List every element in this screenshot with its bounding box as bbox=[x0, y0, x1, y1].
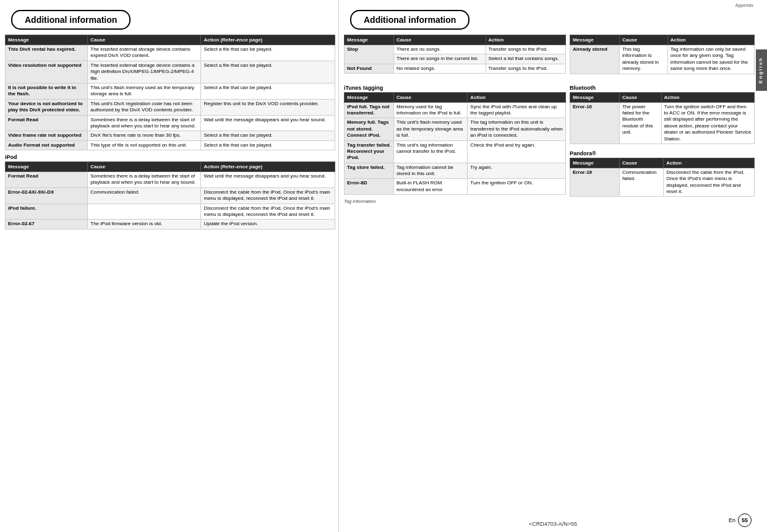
table-row: Memory full. Tags not stored. Connect iP… bbox=[345, 118, 566, 140]
cause-cell: The inserted external storage device con… bbox=[88, 61, 201, 83]
message-cell: Tag transfer failed. Reconnect your iPod… bbox=[345, 140, 394, 163]
table-row: Error-19 Communication failed. Disconnec… bbox=[570, 168, 754, 197]
cause-cell: DivX file's frame rate is more than 30 f… bbox=[88, 131, 201, 140]
message-cell: It is not possible to write it in the fl… bbox=[6, 83, 88, 99]
message-cell: Format Read bbox=[6, 115, 88, 131]
message-cell: Video frame rate not supported bbox=[6, 131, 88, 140]
table-row: Not Found No related songs. Transfer son… bbox=[345, 64, 566, 73]
pandora-section-title: Pandora® bbox=[570, 150, 755, 157]
message-cell: Error-19 bbox=[570, 168, 619, 197]
top-tables: Message Cause Action Stop There are no s… bbox=[344, 35, 755, 78]
table-row: Error-02-67 The iPod firmware version is… bbox=[6, 220, 335, 229]
cause-cell: Communication failed. bbox=[619, 168, 663, 197]
cause-cell: This unit's DivX registration code has n… bbox=[88, 99, 201, 115]
col-header-cause: Cause bbox=[394, 35, 486, 45]
col-header-message: Message bbox=[570, 35, 619, 45]
left-panel: Additional information Message Cause Act… bbox=[0, 0, 339, 532]
action-cell: Select a file that can be played. bbox=[201, 131, 335, 140]
action-cell: The tag information on this unit is tran… bbox=[468, 118, 566, 140]
right-panel: Appendix English Additional information … bbox=[339, 0, 767, 532]
action-cell: Wait until the message disappears and yo… bbox=[201, 115, 335, 131]
message-cell: Tag store failed. bbox=[345, 163, 394, 179]
action-cell: Wait until the message disappears and yo… bbox=[201, 172, 335, 188]
cause-cell: There are no songs in the current list. bbox=[394, 54, 486, 64]
message-cell: This DivX rental has expired. bbox=[6, 45, 88, 61]
action-cell: Register this unit to the DivX VOD conte… bbox=[201, 99, 335, 115]
cause-cell: This type of file is not supported on th… bbox=[88, 140, 201, 150]
cause-cell: Memory used for tag information on the i… bbox=[394, 102, 468, 118]
col-header-cause: Cause bbox=[88, 35, 201, 45]
message-cell: Error-02-6X/-9X/-DX bbox=[6, 187, 88, 204]
left-section-header: Additional information bbox=[11, 10, 131, 30]
table-row: Tag store failed. Tag information cannot… bbox=[345, 163, 566, 179]
cause-cell: The inserted external storage device con… bbox=[88, 45, 201, 61]
right-section-header: Additional information bbox=[350, 10, 469, 30]
action-cell: Check the iPod and try again. bbox=[468, 140, 566, 163]
already-stored-table: Message Cause Action Already stored This… bbox=[570, 35, 755, 74]
bluetooth-section-title: Bluetooth bbox=[570, 85, 755, 91]
cause-cell: The iPod firmware version is old. bbox=[88, 220, 201, 229]
cause-cell: Built-in FLASH ROM encountered an error bbox=[394, 179, 468, 195]
cause-cell: Tag information cannot be stored in this… bbox=[394, 163, 468, 179]
message-cell: Audio Format not supported bbox=[6, 140, 88, 150]
action-cell: Select a file that can be played. bbox=[201, 140, 335, 150]
pandora-table: Message Cause Action Error-19 Communicat… bbox=[570, 158, 755, 197]
col-header-cause: Cause bbox=[619, 92, 661, 102]
left-content: Message Cause Action (Refer-ence page) T… bbox=[0, 35, 338, 236]
col-header-cause: Cause bbox=[619, 158, 663, 168]
col-header-message: Message bbox=[6, 162, 88, 172]
message-cell: Error-02-67 bbox=[6, 220, 88, 229]
table-row: Tag transfer failed. Reconnect your iPod… bbox=[345, 140, 566, 163]
action-cell: Disconnect the cable from the iPod. Once… bbox=[664, 168, 755, 197]
message-cell: iPod full. Tags not transferred. bbox=[345, 102, 394, 118]
table-row: Error-10 The power failed for the Blueto… bbox=[570, 102, 754, 144]
cause-cell: This unit's flash memory used as the tem… bbox=[394, 118, 468, 140]
action-cell: Turn the ignition OFF or ON. bbox=[468, 179, 566, 195]
bluetooth-pandora-section: Bluetooth Message Cause Action Error-10 bbox=[570, 82, 755, 205]
right-content: Message Cause Action Stop There are no s… bbox=[339, 35, 767, 207]
action-cell: Disconnect the cable from the iPod. Once… bbox=[201, 187, 335, 204]
message-cell: Already stored bbox=[570, 45, 619, 74]
message-cell: Stop bbox=[345, 45, 394, 64]
col-header-action: Action bbox=[468, 92, 566, 102]
action-cell: Transfer songs to the iPod. bbox=[486, 45, 565, 54]
appendix-label: Appendix bbox=[735, 3, 753, 7]
bluetooth-table: Message Cause Action Error-10 The power … bbox=[570, 92, 755, 144]
tag-info-note: Tag information bbox=[344, 199, 566, 204]
footer-text: <CRD4703-A/N>55 bbox=[339, 521, 767, 527]
table-row: Your device is not authorized to play th… bbox=[6, 99, 335, 115]
cause-cell: Communication failed. bbox=[88, 187, 201, 204]
english-tab: English bbox=[756, 49, 767, 91]
message-cell: Memory full. Tags not stored. Connect iP… bbox=[345, 118, 394, 140]
already-stored-section: Message Cause Action Already stored This… bbox=[570, 35, 755, 78]
table-row: Already stored This tag information is a… bbox=[570, 45, 754, 74]
cause-cell: This tag information is already stored i… bbox=[619, 45, 667, 74]
table-row: Video resolution not supported The inser… bbox=[6, 61, 335, 83]
action-cell: Try again. bbox=[468, 163, 566, 179]
col-header-message: Message bbox=[570, 158, 619, 168]
itunes-section: iTunes tagging Message Cause Action iPod bbox=[344, 82, 566, 205]
ipod-section-title: iPod bbox=[5, 154, 335, 160]
table-row: Stop There are no songs. Transfer songs … bbox=[345, 45, 566, 54]
col-header-cause: Cause bbox=[88, 162, 201, 172]
itunes-table: Message Cause Action iPod full. Tags not… bbox=[344, 92, 566, 195]
message-cell: Video resolution not supported bbox=[6, 61, 88, 83]
table-row: Error-02-6X/-9X/-DX Communication failed… bbox=[6, 187, 335, 204]
cause-cell: There are no songs. bbox=[394, 45, 486, 54]
col-header-action: Action bbox=[667, 35, 754, 45]
cause-cell: This unit's flash memory used as the tem… bbox=[88, 83, 201, 99]
cause-cell: Sometimes there is a delay between the s… bbox=[88, 115, 201, 131]
table-row: This DivX rental has expired. The insert… bbox=[6, 45, 335, 61]
action-cell: Tag information can only be saved once f… bbox=[667, 45, 754, 74]
itunes-section-title: iTunes tagging bbox=[344, 85, 566, 91]
action-cell: Sync the iPod with iTunes and clean up t… bbox=[468, 102, 566, 118]
table-row: It is not possible to write it in the fl… bbox=[6, 83, 335, 99]
message-cell: iPod failure. bbox=[6, 204, 88, 220]
action-cell: Select a list that contains songs. bbox=[486, 54, 565, 64]
col-header-message: Message bbox=[570, 92, 619, 102]
action-cell: Disconnect the cable from the iPod. Once… bbox=[201, 204, 335, 220]
message-cell: Error-10 bbox=[570, 102, 619, 144]
table-row: Format Read Sometimes there is a delay b… bbox=[6, 172, 335, 188]
action-cell: Select a file that can be played. bbox=[201, 61, 335, 83]
col-header-action: Action bbox=[486, 35, 565, 45]
